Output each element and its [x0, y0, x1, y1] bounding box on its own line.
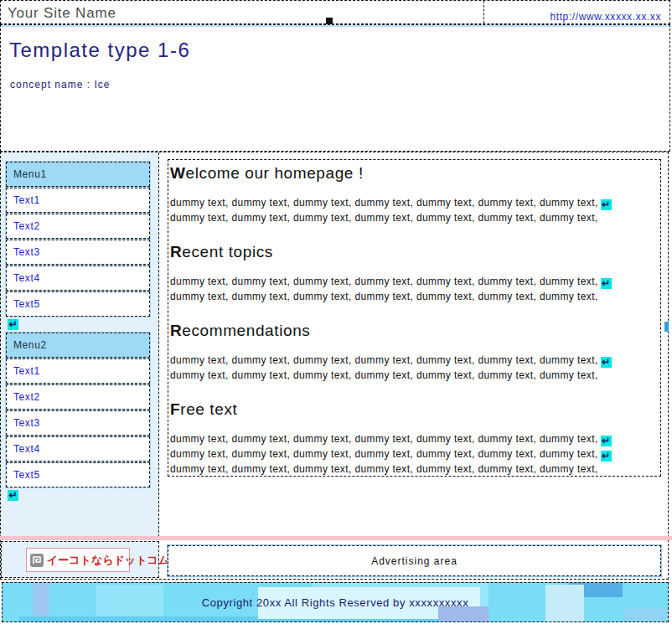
dummy-line: dummy text, dummy text, dummy text, dumm… — [170, 353, 655, 368]
main-content: Welcome our homepage ! dummy text, dummy… — [168, 159, 661, 477]
dummy-text: dummy text, dummy text, dummy text, dumm… — [170, 197, 598, 209]
menu2-item-1[interactable]: Text1 — [6, 358, 150, 384]
dummy-text: dummy text, dummy text, dummy text, dumm… — [170, 276, 598, 287]
section-heading-recommendations: Recommendations — [170, 322, 655, 339]
line-break-icon: ↵ — [601, 278, 612, 289]
dummy-line: dummy text, dummy text, dummy text, dumm… — [170, 368, 655, 383]
line-break-icon: ↵ — [601, 199, 612, 210]
menu1-item-3[interactable]: Text3 — [6, 240, 150, 265]
logo-region: イーコトならドットコム — [1, 541, 159, 578]
dummy-text: dummy text, dummy text, dummy text, dumm… — [170, 212, 598, 224]
menu2-header[interactable]: Menu2 — [6, 333, 150, 358]
menu1-item-2[interactable]: Text2 — [6, 214, 150, 239]
paragraph: dummy text, dummy text, dummy text, dumm… — [170, 353, 655, 383]
menu1-item-1[interactable]: Text1 — [6, 188, 150, 213]
menu2-item-5[interactable]: Text5 — [6, 462, 150, 487]
menu2-item-3[interactable]: Text3 — [6, 410, 150, 436]
dummy-line: dummy text, dummy text, dummy text, dumm… — [170, 274, 655, 289]
paragraph: dummy text, dummy text, dummy text, dumm… — [170, 431, 655, 477]
menu1-item-4[interactable]: Text4 — [6, 266, 150, 291]
dummy-text: dummy text, dummy text, dummy text, dumm… — [170, 354, 598, 366]
top-band: Your Site Name http://www.xxxxx.xx.xx — [0, 0, 670, 24]
dummy-text: dummy text, dummy text, dummy text, dumm… — [170, 448, 598, 460]
menu1-item-5[interactable]: Text5 — [6, 291, 150, 317]
dummy-line: dummy text, dummy text, dummy text, dumm… — [170, 289, 655, 304]
dummy-line: dummy text, dummy text, dummy text, dumm… — [170, 446, 655, 462]
dummy-text: dummy text, dummy text, dummy text, dumm… — [170, 291, 598, 302]
dummy-text: dummy text, dummy text, dummy text, dumm… — [170, 369, 598, 381]
dummy-line: dummy text, dummy text, dummy text, dumm… — [170, 210, 655, 225]
dummy-text: dummy text, dummy text, dummy text, dumm… — [170, 433, 598, 445]
logo-icon — [29, 553, 44, 568]
url-region: http://www.xxxxx.xx.xx — [484, 1, 669, 23]
resize-handle[interactable] — [326, 18, 333, 24]
line-break-icon: ↵ — [601, 451, 612, 462]
line-break-icon: ↵ — [601, 357, 612, 368]
section-heading-welcome: Welcome our homepage ! — [170, 164, 655, 182]
paragraph: dummy text, dummy text, dummy text, dumm… — [170, 195, 655, 225]
header-region[interactable]: Template type 1-6 concept name : Ice — [0, 24, 670, 152]
sidebar: Menu1 Text1 Text2 Text3 Text4 Text5 ↵ Me… — [1, 152, 159, 537]
copyright-text: Copyright 20xx All Rights Reserved by xx… — [3, 583, 668, 621]
menu2-item-2[interactable]: Text2 — [6, 384, 150, 410]
logo-text: イーコトならドットコム — [47, 553, 169, 568]
ad-label: Advertising area — [371, 555, 457, 567]
advertising-area[interactable]: Advertising area — [168, 545, 661, 576]
line-break-icon: ↵ — [8, 319, 18, 330]
site-name-region[interactable]: Your Site Name — [1, 1, 484, 23]
menu2-item-4[interactable]: Text4 — [6, 436, 150, 462]
logo-banner[interactable]: イーコトならドットコム — [26, 548, 130, 572]
dummy-line: dummy text, dummy text, dummy text, dumm… — [170, 431, 655, 446]
page-title: Template type 1-6 — [9, 39, 190, 62]
line-break-icon: ↵ — [8, 490, 18, 501]
pink-divider — [0, 536, 672, 540]
concept-name: concept name : Ice — [10, 79, 110, 90]
menu1-header[interactable]: Menu1 — [6, 162, 150, 187]
frame-handle[interactable] — [664, 322, 669, 332]
footer: Copyright 20xx All Rights Reserved by xx… — [2, 582, 669, 622]
site-name: Your Site Name — [8, 5, 116, 21]
dummy-line: dummy text, dummy text, dummy text, dumm… — [170, 195, 655, 210]
line-break-icon: ↵ — [601, 436, 612, 446]
dummy-line: dummy text, dummy text, dummy text, dumm… — [170, 462, 655, 477]
dummy-text: dummy text, dummy text, dummy text, dumm… — [170, 463, 598, 475]
section-heading-free-text: Free text — [170, 400, 655, 418]
section-heading-recent-topics: Recent topics — [170, 243, 655, 260]
site-url-link[interactable]: http://www.xxxxx.xx.xx — [550, 11, 661, 23]
paragraph: dummy text, dummy text, dummy text, dumm… — [170, 274, 655, 304]
